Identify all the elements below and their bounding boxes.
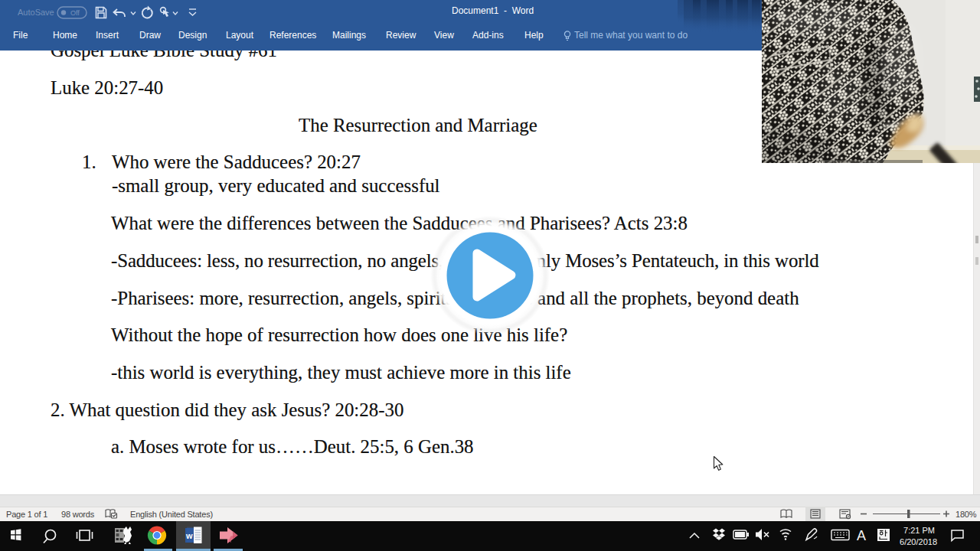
svg-text:A: A [857, 528, 866, 543]
svg-text:6/20/2018: 6/20/2018 [900, 537, 937, 546]
svg-text:Off: Off [70, 9, 80, 17]
svg-text:7:21 PM: 7:21 PM [903, 526, 935, 535]
svg-text:w: w [185, 531, 193, 540]
